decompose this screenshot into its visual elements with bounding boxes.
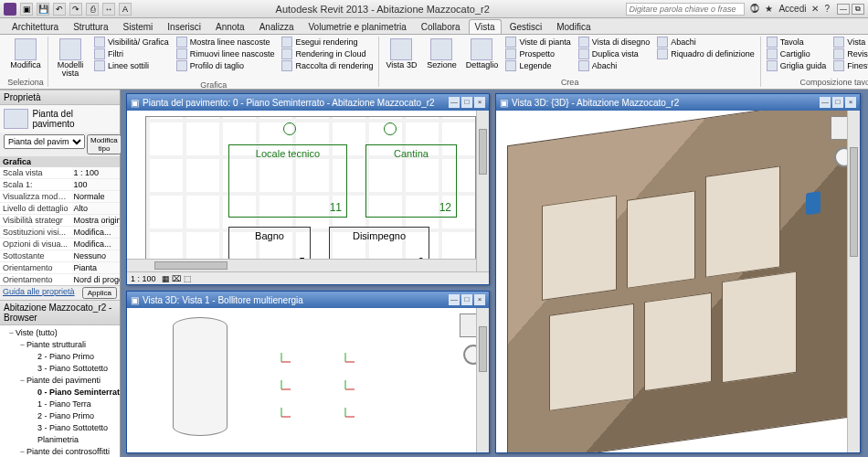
ribbon-item[interactable]: Visibilità/ Grafica [92, 37, 171, 48]
plan-canvas[interactable]: Locale tecnico11 Cantina12 Bagno5 Disimp… [127, 111, 489, 271]
type-dropdown[interactable]: Pianta del pavim [4, 134, 85, 149]
tab-architettura[interactable]: Architettura [5, 19, 65, 34]
close-button[interactable]: × [474, 97, 485, 108]
close-button[interactable]: × [474, 294, 485, 305]
tab-annota[interactable]: Annota [209, 19, 251, 34]
view-status-bar[interactable]: 1 : 100▦ ⌧ ⬚ [127, 271, 489, 284]
ribbon-item[interactable]: Linee sottili [92, 60, 171, 71]
exchange-icon[interactable]: ✕ [811, 4, 819, 14]
favorite-icon[interactable]: ★ [765, 4, 773, 14]
minimize-button[interactable]: — [820, 97, 831, 108]
3d-canvas[interactable] [127, 308, 489, 452]
ribbon-item[interactable]: Prospetto [503, 48, 572, 59]
property-row[interactable]: Opzioni di visua...Modifica... [0, 239, 120, 250]
tab-analizza[interactable]: Analizza [253, 19, 301, 34]
type-selector[interactable]: Pianta del pavimento [0, 105, 120, 133]
qat-measure-icon[interactable]: ↔ [102, 3, 115, 16]
3d-canvas[interactable] [496, 111, 860, 452]
qat-open-icon[interactable]: ▣ [20, 3, 33, 16]
ribbon-item[interactable]: Viste di pianta [503, 37, 572, 48]
tab-inserisci[interactable]: Inserisci [161, 19, 207, 34]
project-browser[interactable]: −Viste (tutto)−Piante strutturali2 - Pia… [0, 325, 120, 458]
tree-item[interactable]: 3 - Piano Sottotetto [0, 422, 120, 434]
qat-print-icon[interactable]: ⎙ [86, 3, 99, 16]
tree-item[interactable]: −Piante strutturali [0, 339, 120, 351]
search-input[interactable] [626, 3, 745, 16]
property-row[interactable]: Visibilità strategrMostra originale [0, 215, 120, 227]
ribbon-item[interactable]: Abachi [577, 60, 651, 71]
property-row[interactable]: Scala vista1 : 100 [0, 167, 120, 179]
minimize-button[interactable]: — [449, 97, 460, 108]
tab-struttura[interactable]: Struttura [67, 19, 114, 34]
property-row[interactable]: SottostanteNessuno [0, 250, 120, 262]
subscription-icon[interactable]: ⓵ [750, 4, 759, 14]
signin-button[interactable]: Accedi [778, 4, 806, 14]
property-row[interactable]: Scala 1:100 [0, 179, 120, 191]
tree-item[interactable]: −Piante dei controsoffitti [0, 446, 120, 458]
ribbon-item[interactable]: Revisioni [831, 48, 868, 59]
property-row[interactable]: OrientamentoNord di progetto [0, 274, 120, 285]
view-window-3d-bollitore[interactable]: ▣ Vista 3D: Vista 1 - Bollitore multiene… [126, 291, 490, 453]
scrollbar-vertical[interactable] [476, 111, 489, 271]
ribbon-item[interactable]: Finestre di layout [831, 60, 868, 71]
ribbon-item[interactable]: Filtri [92, 48, 171, 59]
qat-redo-icon[interactable]: ↷ [69, 3, 82, 16]
ribbon-item[interactable]: Mostra linee nascoste [175, 37, 277, 48]
modelli-vista-button[interactable]: Modelli vista [52, 37, 89, 80]
ribbon-item[interactable]: Riquadro di definizione [655, 48, 757, 59]
qat-undo-icon[interactable]: ↶ [53, 3, 66, 16]
ribbon-item[interactable]: Duplica vista [577, 48, 651, 59]
ribbon-item[interactable]: Abachi [655, 37, 757, 48]
scrollbar-vertical[interactable] [847, 111, 860, 452]
ribbon-item[interactable]: Vista [831, 37, 868, 48]
help-icon[interactable]: ? [824, 4, 830, 14]
property-row[interactable]: Visualizza modelloNormale [0, 191, 120, 203]
tree-item[interactable]: −Piante dei pavimenti [0, 375, 120, 387]
tree-item[interactable]: Planimetria [0, 434, 120, 446]
ribbon-item[interactable]: Rendering in Cloud [280, 48, 375, 59]
ribbon-big-button[interactable]: Vista 3D [383, 37, 419, 71]
modifica-button[interactable]: Modifica [7, 37, 44, 71]
close-button[interactable]: × [845, 97, 856, 108]
qat-text-icon[interactable]: A [119, 3, 132, 16]
ribbon-item[interactable]: Tavola [765, 37, 829, 48]
property-row[interactable]: OrientamentoPianta [0, 262, 120, 274]
tab-collabora[interactable]: Collabora [415, 19, 467, 34]
maximize-button[interactable]: □ [461, 97, 472, 108]
view-window-plan[interactable]: ▣ Pianta del pavimento: 0 - Piano Semint… [126, 93, 490, 285]
minimize-button[interactable]: — [449, 294, 460, 305]
apply-button[interactable]: Applica [82, 287, 117, 299]
tree-item[interactable]: 1 - Piano Terra [0, 399, 120, 410]
ribbon-item[interactable]: Rimuovi linee nascoste [175, 48, 277, 59]
property-row[interactable]: Sostituzioni visi...Modifica... [0, 227, 120, 239]
minimize-button[interactable]: — [837, 4, 850, 15]
tab-volumetrie-e-planimetria[interactable]: Volumetrie e planimetria [302, 19, 413, 34]
maximize-button[interactable]: ⧉ [852, 4, 864, 15]
ribbon-item[interactable]: Raccolta di rendering [280, 60, 375, 71]
app-icon[interactable] [4, 3, 16, 16]
tree-item[interactable]: −Viste (tutto) [0, 327, 120, 339]
ribbon-big-button[interactable]: Dettaglio [463, 37, 500, 71]
tree-item[interactable]: 0 - Piano Seminterrato [0, 387, 120, 399]
tab-vista[interactable]: Vista [469, 19, 502, 34]
tab-gestisci[interactable]: Gestisci [503, 19, 549, 34]
scrollbar-horizontal[interactable] [127, 259, 476, 271]
scrollbar-vertical[interactable] [476, 308, 489, 452]
maximize-button[interactable]: □ [832, 97, 843, 108]
ribbon-item[interactable]: Esegui rendering [280, 37, 375, 48]
property-row[interactable]: Livello di dettaglioAlto [0, 203, 120, 215]
ribbon-item[interactable]: Cartiglio [765, 48, 829, 59]
ribbon-item[interactable]: Legende [503, 60, 572, 71]
maximize-button[interactable]: □ [461, 294, 472, 305]
tree-item[interactable]: 3 - Piano Sottotetto [0, 363, 120, 375]
properties-help-link[interactable]: Guida alle proprietà [3, 287, 75, 299]
tab-sistemi[interactable]: Sistemi [117, 19, 160, 34]
tree-item[interactable]: 2 - Piano Primo [0, 351, 120, 363]
edit-type-button[interactable]: Modifica tipo [87, 134, 122, 154]
tree-item[interactable]: 2 - Piano Primo [0, 410, 120, 422]
ribbon-item[interactable]: Griglia guida [765, 60, 829, 71]
ribbon-item[interactable]: Profilo di taglio [175, 60, 277, 71]
qat-save-icon[interactable]: 💾 [37, 3, 49, 16]
view-window-3d-main[interactable]: ▣ Vista 3D: {3D} - Abitazione Mazzocato_… [495, 93, 861, 453]
ribbon-big-button[interactable]: Sezione [423, 37, 460, 71]
